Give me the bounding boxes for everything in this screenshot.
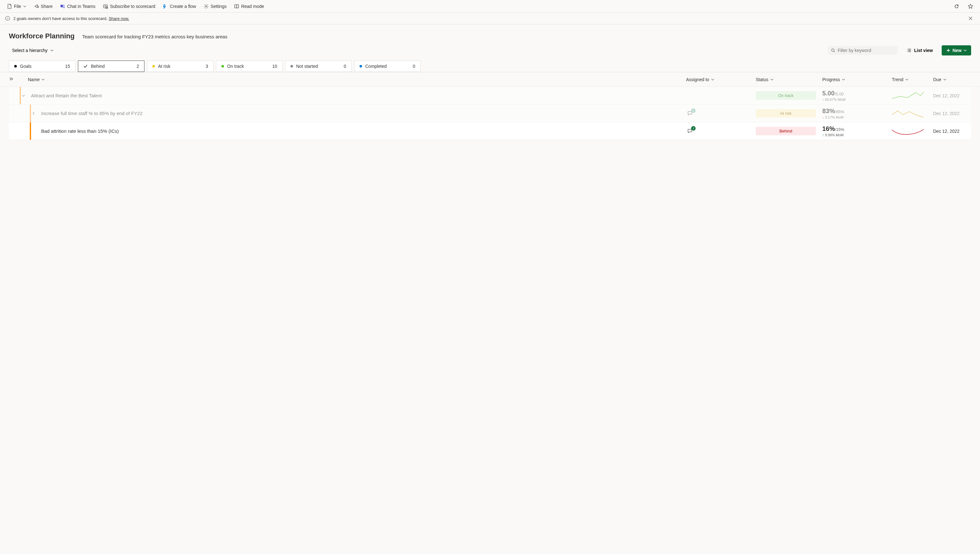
- create-flow-button[interactable]: Create a flow: [160, 3, 199, 10]
- tab-count: 3: [205, 64, 208, 69]
- expand-all-column: [9, 77, 28, 82]
- search-box[interactable]: [828, 46, 898, 55]
- list-view-button[interactable]: List view: [903, 45, 937, 56]
- arrow-down-icon: ↓: [822, 115, 824, 119]
- tab-label: Behind: [91, 64, 137, 69]
- hierarchy-select[interactable]: Select a hierarchy: [9, 46, 57, 55]
- assignee-placeholder: [695, 129, 749, 133]
- assigned-column-header[interactable]: Assigned to: [686, 77, 714, 82]
- progress-target: /5.00: [835, 92, 844, 96]
- file-label: File: [14, 4, 21, 9]
- page-title: Workforce Planning: [9, 32, 75, 40]
- message-text: 2 goals owners don't have access to this…: [13, 16, 966, 21]
- goal-name: Increase full time staff % to 85% by end…: [37, 107, 686, 120]
- status-cell: Behind: [756, 127, 822, 135]
- progress-change: ↓ 3.17% MoM: [822, 115, 892, 119]
- file-menu-button[interactable]: File: [4, 3, 29, 10]
- share-button[interactable]: Share: [31, 3, 56, 10]
- teams-icon: [60, 4, 65, 9]
- share-label: Share: [41, 4, 52, 9]
- tab-label: Not started: [296, 64, 344, 69]
- svg-point-4: [205, 6, 207, 7]
- assigned-cell: 1: [686, 110, 756, 117]
- share-now-link[interactable]: Share now.: [109, 16, 129, 21]
- hierarchy-label: Select a hierarchy: [12, 48, 48, 53]
- flow-label: Create a flow: [170, 4, 196, 9]
- settings-button[interactable]: Settings: [200, 3, 230, 10]
- subscribe-button[interactable]: Subscribe to scorecard: [100, 3, 158, 10]
- status-dot: [360, 65, 362, 67]
- status-tab-not-started[interactable]: Not started0: [285, 61, 352, 72]
- list-view-label: List view: [914, 48, 933, 53]
- new-label: New: [953, 48, 962, 53]
- trend-column-header[interactable]: Trend: [892, 77, 908, 82]
- subscribe-label: Subscribe to scorecard: [110, 4, 155, 9]
- favorite-button[interactable]: [965, 3, 976, 10]
- goal-row[interactable]: Increase full time staff % to 85% by end…: [9, 105, 971, 122]
- comment-count: 1: [691, 109, 695, 113]
- assigned-cell: 2: [686, 128, 756, 135]
- status-column-header[interactable]: Status: [756, 77, 773, 82]
- status-tab-on-track[interactable]: On track10: [216, 61, 283, 72]
- status-tab-completed[interactable]: Completed0: [354, 61, 421, 72]
- read-mode-button[interactable]: Read mode: [231, 3, 267, 10]
- new-button[interactable]: New: [942, 45, 971, 56]
- svg-rect-0: [60, 5, 63, 7]
- tab-count: 0: [413, 64, 415, 69]
- status-cell: On track: [756, 91, 822, 100]
- due-date: Dec 12, 2022: [933, 129, 971, 134]
- page-header: Workforce Planning Team scorecard for tr…: [0, 24, 980, 58]
- goal-rows: Attract and Retain the Best TalentOn tra…: [0, 87, 980, 140]
- table-header: Name Assigned to Status Progress Trend D…: [0, 72, 980, 87]
- check-icon: [83, 64, 88, 69]
- svg-point-1: [64, 5, 65, 6]
- tab-label: On track: [227, 64, 272, 69]
- controls-row: Select a hierarchy List view New: [9, 45, 971, 56]
- info-message-bar: 2 goals owners don't have access to this…: [0, 13, 980, 24]
- search-input[interactable]: [838, 48, 894, 53]
- close-icon: [969, 16, 972, 20]
- progress-value: 83%: [822, 107, 835, 114]
- plus-icon: [946, 48, 951, 53]
- file-icon: [7, 4, 12, 9]
- share-icon: [34, 4, 39, 9]
- status-pill: At risk: [756, 109, 816, 118]
- status-tab-goals[interactable]: Goals15: [9, 61, 75, 72]
- chevron-down-icon: [50, 48, 54, 52]
- refresh-icon: [954, 4, 959, 9]
- progress-change: ↑ 9.99% MoM: [822, 133, 892, 137]
- chevron-down-icon: [41, 78, 45, 81]
- progress-value: 5.00: [822, 90, 835, 97]
- refresh-button[interactable]: [951, 3, 962, 10]
- status-tab-at-risk[interactable]: At risk3: [147, 61, 213, 72]
- title-row: Workforce Planning Team scorecard for tr…: [9, 32, 971, 40]
- status-pill: Behind: [756, 127, 816, 135]
- message-body: 2 goals owners don't have access to this…: [13, 16, 109, 21]
- assignee-placeholder: [686, 94, 740, 98]
- goal-row[interactable]: Bad attrition rate less than 15% (ICs)2B…: [9, 122, 971, 140]
- chevron-down-icon: [842, 78, 845, 81]
- due-column-header[interactable]: Due: [933, 77, 947, 82]
- dismiss-message-button[interactable]: [966, 15, 975, 22]
- read-mode-icon: [234, 4, 239, 9]
- double-chevron-icon: [9, 77, 13, 81]
- status-tabs: Goals15Behind2At risk3On track10Not star…: [9, 61, 971, 72]
- status-stripe: [30, 105, 31, 122]
- expand-all-button[interactable]: [9, 77, 13, 81]
- chat-teams-button[interactable]: Chat in Teams: [57, 3, 99, 10]
- goal-row[interactable]: Attract and Retain the Best TalentOn tra…: [9, 87, 971, 105]
- status-tab-behind[interactable]: Behind2: [78, 61, 145, 72]
- name-column-header[interactable]: Name: [28, 77, 45, 82]
- status-dot: [152, 65, 155, 67]
- status-tabs-container: Goals15Behind2At risk3On track10Not star…: [0, 58, 980, 72]
- status-stripe: [30, 122, 31, 140]
- progress-column-header[interactable]: Progress: [822, 77, 845, 82]
- chat-label: Chat in Teams: [67, 4, 95, 9]
- chevron-down-icon: [711, 78, 714, 81]
- tab-label: Completed: [365, 64, 413, 69]
- progress-value: 16%: [822, 125, 835, 132]
- chevron-down-icon: [22, 94, 25, 97]
- status-dot: [290, 65, 293, 67]
- comment-badge[interactable]: 2: [686, 128, 694, 135]
- comment-badge[interactable]: 1: [686, 110, 694, 117]
